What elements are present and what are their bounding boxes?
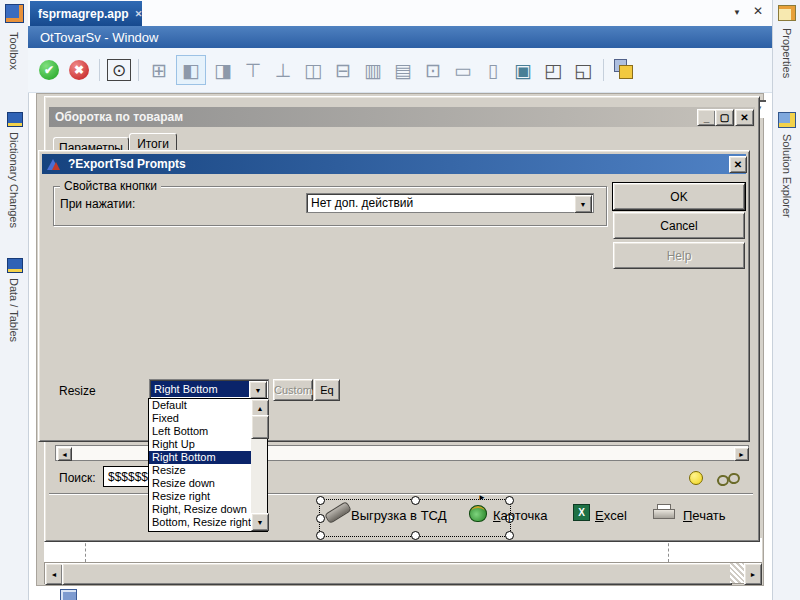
resize-handle[interactable]	[316, 514, 325, 523]
resize-handle[interactable]	[316, 496, 325, 505]
document-tab[interactable]: fsprmagrep.app ✕	[30, 1, 142, 26]
output-panel-icon[interactable]	[60, 589, 77, 600]
resize-handle[interactable]	[505, 531, 514, 540]
list-option[interactable]: Resize down	[149, 477, 251, 490]
designer-hscrollbar[interactable]: ◄ ►	[44, 562, 762, 584]
center-vertical-page-icon[interactable]: ◱	[570, 57, 596, 83]
eq-button[interactable]: Eq	[314, 379, 340, 401]
prompts-dialog: ?ExportTsd Prompts ✕ Свойства кнопки При…	[38, 150, 750, 442]
tab-close-icon[interactable]: ✕	[135, 9, 143, 19]
document-titlebar: OtTovarSv - Window	[28, 26, 772, 48]
dialog-app-icon	[46, 158, 62, 171]
resize-label: Resize	[59, 384, 96, 398]
excel-icon: X	[573, 504, 590, 521]
align-left-icon[interactable]: ◧	[176, 55, 206, 85]
scroll-down-icon[interactable]: ▼	[251, 513, 269, 531]
cancel-icon[interactable]: ✖	[66, 57, 92, 83]
spread-horizontal-icon[interactable]: ▤	[390, 57, 416, 83]
scroll-right-icon[interactable]: ►	[734, 447, 749, 461]
sidebar-item-dictionary-changes[interactable]: Dictionary Changes	[8, 132, 20, 228]
toolbar-separator	[99, 59, 100, 81]
scroll-track[interactable]	[730, 563, 744, 583]
sidebar-item-solution-explorer[interactable]: Solution Explorer	[781, 134, 793, 218]
list-option[interactable]: Fixed	[149, 412, 251, 425]
help-button[interactable]: Help	[613, 242, 745, 269]
scroll-right-icon[interactable]: ►	[744, 563, 762, 585]
resize-combo[interactable]: Right Bottom ▼	[149, 379, 269, 399]
same-height-icon[interactable]: ▯	[480, 57, 506, 83]
resize-handle[interactable]	[411, 531, 420, 540]
left-sidebar: Toolbox Dictionary Changes Data / Tables	[0, 0, 29, 600]
list-option[interactable]: Right Up	[149, 438, 251, 451]
press-action-value: Нет доп. действий	[311, 196, 413, 210]
printer-icon	[653, 504, 675, 518]
lamp-icon	[689, 471, 703, 485]
app-window: Toolbox Dictionary Changes Data / Tables…	[0, 0, 800, 600]
run-check-icon[interactable]: ✔	[36, 57, 62, 83]
form-maximize-button[interactable]: ▢	[715, 109, 734, 126]
resize-dropdown-list[interactable]: Default Fixed Left Bottom Right Up Right…	[148, 398, 268, 532]
distribute-horizontal-icon[interactable]: ▥	[360, 57, 386, 83]
dialog-close-button[interactable]: ✕	[729, 156, 747, 173]
sidebar-item-toolbox[interactable]: Toolbox	[8, 32, 20, 70]
scroll-left-icon[interactable]: ◄	[57, 447, 72, 461]
cancel-button[interactable]: Cancel	[613, 212, 745, 239]
resize-handle[interactable]	[316, 531, 325, 540]
center-in-view-icon[interactable]: ▣	[510, 57, 536, 83]
grid-snap-icon[interactable]: ⊞	[146, 57, 172, 83]
dialog-titlebar[interactable]: ?ExportTsd Prompts	[42, 154, 746, 174]
center-horizontal-page-icon[interactable]: ◰	[540, 57, 566, 83]
list-option[interactable]: Right, Resize down	[149, 503, 251, 516]
align-top-icon[interactable]: ⊤	[240, 57, 266, 83]
list-option-selected[interactable]: Right Bottom	[149, 451, 251, 464]
list-option[interactable]: Default	[149, 399, 251, 412]
resize-handle[interactable]	[505, 496, 514, 505]
sidebar-item-properties[interactable]: Properties	[781, 28, 793, 78]
list-option[interactable]: Resize	[149, 464, 251, 477]
button-properties-group: Свойства кнопки При нажатии: Нет доп. де…	[53, 186, 607, 226]
toolbar-separator	[603, 59, 604, 81]
list-option[interactable]: Resize right	[149, 490, 251, 503]
align-right-icon[interactable]: ◨	[210, 57, 236, 83]
resize-combo-value: Right Bottom	[151, 381, 251, 397]
export-tsd-button[interactable]: Выгрузка в ТСД	[351, 508, 446, 523]
align-bottom-icon[interactable]: ⊥	[270, 57, 296, 83]
app-logo-icon	[5, 4, 24, 23]
same-width-icon[interactable]: ▭	[450, 57, 476, 83]
form-minimize-button[interactable]: _	[697, 109, 716, 126]
form-titlebar[interactable]: Оборотка по товарам	[49, 107, 755, 127]
resize-handle[interactable]	[411, 496, 420, 505]
scroll-thumb[interactable]	[251, 415, 269, 439]
center-vertical-icon[interactable]: ◫	[300, 57, 326, 83]
preview-icon[interactable]: ⊙	[107, 59, 131, 81]
solution-explorer-icon	[778, 112, 796, 128]
glasses-icon[interactable]	[717, 473, 739, 483]
money-bag-icon	[469, 505, 487, 522]
book-icon	[7, 112, 23, 127]
distribute-vertical-icon[interactable]: ⊟	[330, 57, 356, 83]
tab-order-marker-icon: ►	[478, 493, 486, 502]
combo-dropdown-icon[interactable]: ▼	[574, 195, 592, 213]
card-button[interactable]: Карточка	[493, 508, 547, 523]
tab-list-menu-icon[interactable]: ▼	[733, 8, 741, 17]
list-option[interactable]: Left Bottom	[149, 425, 251, 438]
list-option[interactable]: Bottom, Resize right	[149, 516, 251, 529]
sidebar-item-data-tables[interactable]: Data / Tables	[8, 278, 20, 342]
ok-button[interactable]: OK	[613, 183, 745, 210]
custom-button[interactable]: Custom	[273, 379, 313, 401]
excel-button[interactable]: Excel	[595, 508, 627, 523]
tabstrip-close-icon[interactable]: ✕	[753, 4, 763, 18]
bring-to-front-icon[interactable]	[611, 57, 637, 83]
scroll-thumb[interactable]	[62, 563, 732, 585]
scroll-left-icon[interactable]: ◄	[45, 563, 63, 585]
document-tab-label: fsprmagrep.app	[38, 7, 129, 21]
right-sidebar: Properties Solution Explorer	[772, 0, 800, 600]
print-button[interactable]: Печать	[683, 508, 726, 523]
press-action-combo[interactable]: Нет доп. действий ▼	[306, 193, 594, 213]
book-icon	[7, 258, 23, 273]
list-vscrollbar[interactable]: ▲ ▼	[251, 399, 267, 531]
group-title: Свойства кнопки	[60, 179, 161, 193]
form-close-button[interactable]: ✕	[735, 109, 754, 126]
combo-dropdown-icon[interactable]: ▼	[249, 381, 267, 399]
size-to-fit-icon[interactable]: ⊡	[420, 57, 446, 83]
